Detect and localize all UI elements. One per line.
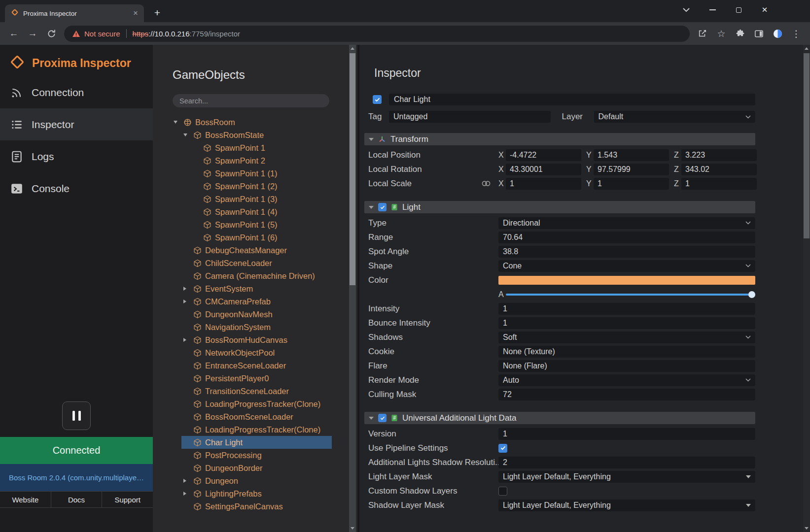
expand-arrow-icon[interactable] [183, 479, 193, 483]
tree-item-cmcameraprefab[interactable]: CMCameraPrefab [153, 295, 357, 308]
tab-search-chevron-icon[interactable] [682, 6, 690, 14]
tree-item-dungeonborder[interactable]: DungeonBorder [153, 462, 357, 474]
light-enabled-checkbox[interactable] [378, 203, 387, 211]
transform-section-header[interactable]: Transform [364, 133, 755, 145]
scrollbar-thumb[interactable] [804, 53, 810, 238]
intensity-field[interactable] [498, 303, 755, 315]
scroll-up-icon[interactable] [803, 45, 810, 52]
collapse-arrow-icon[interactable] [174, 121, 183, 124]
tree-item-navigationsystem[interactable]: NavigationSystem [153, 321, 357, 333]
expand-arrow-icon[interactable] [183, 338, 193, 342]
collapse-arrow-icon[interactable] [369, 206, 374, 209]
tree-item-networkobjectpool[interactable]: NetworkObjectPool [153, 346, 357, 359]
bookmark-star-icon[interactable]: ☆ [712, 25, 730, 42]
sidebar-item-connection[interactable]: Connection [0, 76, 153, 108]
tree-item-bossroom[interactable]: BossRoom [153, 116, 357, 129]
additional-lights-shadow-resoluti-field[interactable] [498, 457, 755, 468]
gameobject-name-field[interactable] [389, 94, 755, 105]
cookie-field[interactable] [498, 346, 755, 358]
range-field[interactable] [498, 232, 755, 243]
search-input[interactable] [173, 94, 329, 107]
tree-item-entrancesceneloader[interactable]: EntranceSceneLoader [153, 359, 357, 372]
back-button[interactable]: ← [5, 25, 23, 42]
tree-item-bossroomhudcanvas[interactable]: BossRoomHudCanvas [153, 333, 357, 346]
tree-item-postprocessing[interactable]: PostProcessing [153, 449, 357, 462]
tree-item-spawnpoint-1-1[interactable]: SpawnPoint 1 (1) [153, 167, 357, 180]
tree-item-bossroomsceneloader[interactable]: BossRoomSceneLoader [153, 410, 357, 423]
color-swatch[interactable] [498, 276, 755, 285]
tree-item-bossroomstate[interactable]: BossRoomState [153, 129, 357, 141]
tree-item-transitionsceneloader[interactable]: TransitionSceneLoader [153, 385, 357, 398]
local-scale-z-input[interactable] [681, 178, 757, 190]
footer-link-website[interactable]: Website [0, 492, 51, 507]
sidebar-item-console[interactable]: Console [0, 172, 153, 204]
tree-item-persistentplayer0[interactable]: PersistentPlayer0 [153, 372, 357, 385]
culling-mask-field[interactable] [498, 389, 755, 400]
browser-tab[interactable]: Proxima Inspector × [5, 4, 144, 22]
forward-button[interactable]: → [24, 25, 41, 42]
tree-item-spawnpoint-1-2[interactable]: SpawnPoint 1 (2) [153, 180, 357, 193]
light-section-header[interactable]: # Light [364, 201, 755, 213]
flare-field[interactable] [498, 360, 755, 372]
tag-field[interactable]: Untagged [389, 111, 551, 123]
layer-dropdown[interactable]: Default [594, 111, 756, 123]
shadows-dropdown[interactable]: Soft [498, 332, 755, 343]
tree-item-loadingprogresstracker-clone[interactable]: LoadingProgressTracker(Clone) [153, 423, 357, 436]
local-rotation-x-input[interactable] [506, 164, 581, 175]
render-mode-dropdown[interactable]: Auto [498, 374, 755, 386]
collapse-arrow-icon[interactable] [369, 417, 374, 420]
expand-arrow-icon[interactable] [183, 492, 193, 496]
scale-link-icon[interactable] [481, 180, 491, 187]
expand-arrow-icon[interactable] [183, 287, 193, 291]
pause-button[interactable] [62, 401, 91, 430]
close-window-button[interactable]: ✕ [761, 6, 769, 14]
version-field[interactable] [498, 428, 755, 440]
tree-item-spawnpoint-1-4[interactable]: SpawnPoint 1 (4) [153, 205, 357, 218]
tree-item-debugcheatsmanager[interactable]: DebugCheatsManager [153, 244, 357, 257]
uald-enabled-checkbox[interactable] [378, 414, 387, 422]
tree-item-spawnpoint-1-3[interactable]: SpawnPoint 1 (3) [153, 193, 357, 205]
local-rotation-y-input[interactable] [594, 164, 669, 175]
local-rotation-z-input[interactable] [681, 164, 757, 175]
address-bar[interactable]: Not secure https ://10.0.0.216 :7759/ins… [64, 26, 690, 42]
tree-item-loadingprogresstracker-clone[interactable]: LoadingProgressTracker(Clone) [153, 398, 357, 410]
new-tab-button[interactable]: + [151, 6, 164, 19]
tree-item-char-light[interactable]: Char Light [153, 436, 357, 449]
expand-arrow-icon[interactable] [183, 299, 193, 303]
tree-item-childsceneloader[interactable]: ChildSceneLoader [153, 257, 357, 269]
reload-button[interactable] [42, 25, 60, 42]
page-scrollbar[interactable] [803, 45, 810, 532]
extensions-puzzle-icon[interactable] [731, 25, 749, 42]
tree-item-settingspanelcanvas[interactable]: SettingsPanelCanvas [153, 500, 357, 513]
maximize-button[interactable] [735, 6, 742, 14]
collapse-arrow-icon[interactable] [183, 133, 193, 136]
scrollbar-thumb[interactable] [350, 53, 355, 285]
alpha-slider[interactable] [506, 291, 755, 298]
light-layer-mask-dropdown[interactable]: Light Layer Default, Everything [498, 471, 755, 483]
collapse-arrow-icon[interactable] [369, 138, 374, 141]
gameobjects-scrollbar[interactable] [349, 45, 356, 532]
tree-item-lightingprefabs[interactable]: LightingPrefabs [153, 487, 357, 500]
local-scale-y-input[interactable] [594, 178, 669, 190]
type-dropdown[interactable]: Directional [498, 217, 755, 229]
local-position-z-input[interactable] [681, 149, 757, 161]
slider-knob[interactable] [748, 291, 755, 298]
tree-item-spawnpoint-1-5[interactable]: SpawnPoint 1 (5) [153, 218, 357, 231]
tree-item-eventsystem[interactable]: EventSystem [153, 282, 357, 295]
sidebar-item-logs[interactable]: Logs [0, 140, 153, 172]
uald-section-header[interactable]: # Universal Additional Light Data [364, 412, 755, 424]
sidebar-item-inspector[interactable]: Inspector [0, 108, 153, 140]
scroll-up-icon[interactable] [349, 45, 356, 52]
spot-angle-field[interactable] [498, 246, 755, 258]
tree-item-spawnpoint-1[interactable]: SpawnPoint 1 [153, 141, 357, 154]
local-position-y-input[interactable] [594, 149, 669, 161]
menu-dots-icon[interactable]: ⋮ [787, 25, 805, 42]
bounce-intensity-field[interactable] [498, 317, 755, 329]
extension-avatar-icon[interactable] [769, 25, 786, 42]
shape-dropdown[interactable]: Cone [498, 260, 755, 272]
project-info[interactable]: Boss Room 2.0.4 (com.unity.multiplaye… [0, 464, 153, 491]
gameobject-active-checkbox[interactable] [373, 95, 382, 104]
scroll-down-icon[interactable] [349, 525, 356, 532]
tab-close-icon[interactable]: × [131, 8, 140, 18]
shadow-layer-mask-dropdown[interactable]: Light Layer Default, Everything [498, 499, 755, 511]
